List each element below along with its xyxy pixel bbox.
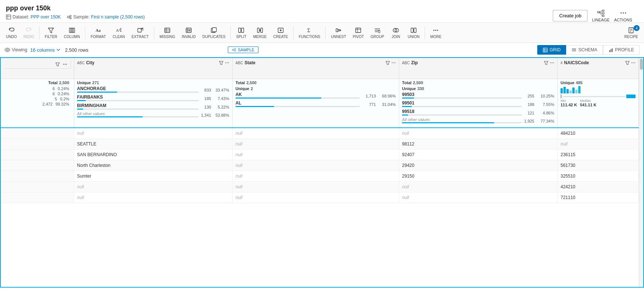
sample-link[interactable]: First n sample (2,500 rows)	[91, 14, 145, 20]
filter-button[interactable]: FILTER	[42, 25, 60, 40]
join-button[interactable]: JOIN	[388, 25, 404, 40]
svg-marker-104	[626, 61, 629, 65]
svg-point-105	[631, 62, 632, 63]
tab-schema[interactable]: SCHEMA	[566, 45, 603, 55]
naics-range: Min 111.42 K Median 541.11 K	[561, 99, 636, 107]
naics-filter-icon[interactable]	[625, 61, 630, 65]
create-job-button[interactable]: Create job	[553, 10, 588, 21]
zip-col-name: ABC Zip	[402, 60, 418, 65]
lineage-button[interactable]: LINEAGE	[592, 9, 610, 22]
toolbar: UNDO REDO FILTER COLUMN Aa FORMAT A* CLE…	[0, 23, 644, 43]
city-cell: null	[74, 128, 232, 139]
zip-filter-icon[interactable]	[544, 61, 548, 65]
svg-line-6	[69, 16, 70, 17]
svg-marker-18	[48, 28, 54, 33]
dataset-link[interactable]: PPP over 150K	[31, 14, 61, 20]
scrollbar-thumb[interactable]	[640, 59, 643, 70]
format-button[interactable]: Aa FORMAT	[88, 25, 109, 40]
city-filter-icon[interactable]	[219, 61, 223, 65]
dataset-icon: Dataset: PPP over 150K	[6, 14, 61, 20]
city-more-icon[interactable]	[225, 61, 229, 65]
scrollbar[interactable]	[639, 58, 643, 287]
view-tabs: GRID SCHEMA PROFILE	[537, 45, 640, 55]
svg-rect-50	[336, 29, 338, 32]
svg-point-103	[553, 62, 554, 63]
merge-button[interactable]: MERGE	[250, 25, 270, 40]
page: ppp over 150k Dataset: PPP over 150K Sam…	[0, 0, 644, 288]
tab-grid[interactable]: GRID	[537, 45, 566, 55]
state-filter-icon[interactable]	[386, 61, 390, 65]
svg-point-102	[552, 62, 552, 63]
naics-cell: 325510	[557, 171, 638, 182]
grid-scroll-area[interactable]: ABC City	[1, 58, 639, 287]
union-icon	[410, 27, 417, 34]
split-button[interactable]: SPLIT	[233, 25, 249, 40]
zip-cell: 29150	[399, 171, 557, 182]
column-button[interactable]: COLUMN	[61, 25, 83, 40]
svg-point-76	[234, 48, 236, 49]
naics-cell: 484210	[557, 128, 638, 139]
view-bar: Viewing 16 columns 2,500 rows SAMPLE GRI…	[0, 43, 644, 57]
sample-icon	[67, 14, 72, 20]
state-cell: null	[232, 171, 399, 182]
svg-point-99	[395, 62, 395, 63]
column-icon	[68, 27, 76, 34]
pivot-button[interactable]: PIVOT	[350, 25, 367, 40]
create-icon	[277, 27, 284, 34]
header-meta: Dataset: PPP over 150K Sample: First n s…	[6, 14, 638, 20]
more-icon-small[interactable]	[62, 62, 68, 67]
stats-row: Total2,500 60.24% 60.24% 50.2% 2,47299.3…	[1, 79, 639, 128]
columns-selector-button[interactable]: 16 columns	[30, 47, 61, 53]
zip-more-icon[interactable]	[550, 61, 554, 65]
merge-icon	[256, 27, 264, 34]
filter-icon-small[interactable]	[55, 62, 60, 67]
svg-rect-43	[257, 28, 259, 32]
svg-point-17	[625, 13, 626, 14]
group-button[interactable]: GROUP	[367, 25, 387, 40]
naics-more-icon[interactable]	[631, 61, 636, 65]
pivot-icon	[354, 27, 362, 34]
redo-button[interactable]: REDO	[20, 25, 37, 40]
row-num-header-cell	[1, 58, 74, 79]
recipe-button[interactable]: 4 RECIPE	[621, 25, 641, 40]
missing-button[interactable]: MISSING	[157, 25, 178, 40]
state-more-icon[interactable]	[391, 61, 396, 65]
naics-cell: 236115	[557, 150, 638, 160]
naics-mini-chart	[561, 86, 636, 93]
svg-marker-92	[219, 61, 223, 65]
zip-cell: null	[399, 182, 557, 192]
svg-rect-27	[138, 28, 141, 32]
create-button[interactable]: CREATE	[270, 25, 291, 40]
svg-rect-11	[602, 15, 604, 17]
sample-label: Sample:	[73, 14, 90, 20]
svg-text:A*: A*	[116, 28, 121, 32]
header-actions: Create job LINEAGE ACTIONS	[553, 9, 632, 22]
union-button[interactable]: UNION	[405, 25, 422, 40]
data-grid: ABC City	[0, 57, 644, 288]
invalid-button[interactable]: INVALID	[179, 25, 199, 40]
svg-point-68	[435, 30, 436, 31]
functions-button[interactable]: Σ FUNCTIONS	[296, 25, 323, 40]
svg-point-69	[437, 30, 438, 31]
duplicates-button[interactable]: DUPLICATES	[199, 25, 228, 40]
svg-point-97	[392, 62, 393, 63]
state-cell: null	[232, 128, 399, 139]
svg-rect-0	[6, 15, 11, 19]
recipe-badge: 4	[634, 25, 640, 31]
city-stats: Unique271 ANCHORAGE 833 33.47%	[74, 79, 232, 128]
actions-button[interactable]: ACTIONS	[614, 9, 632, 22]
svg-point-90	[64, 64, 65, 65]
unnest-button[interactable]: UNNEST	[328, 25, 349, 40]
more-button[interactable]: MORE	[427, 25, 444, 40]
extract-button[interactable]: EXTRACT	[129, 25, 152, 40]
svg-rect-85	[609, 50, 610, 52]
actions-icon	[619, 9, 627, 17]
lineage-icon	[597, 9, 605, 17]
undo-button[interactable]: UNDO	[3, 25, 20, 40]
clean-button[interactable]: A* CLEAN	[110, 25, 128, 40]
tab-profile[interactable]: PROFILE	[603, 45, 640, 55]
profile-icon	[609, 48, 613, 52]
city-cell: SAN BERNARDINO	[74, 150, 232, 160]
svg-rect-63	[414, 28, 416, 32]
header: ppp over 150k Dataset: PPP over 150K Sam…	[0, 0, 644, 23]
